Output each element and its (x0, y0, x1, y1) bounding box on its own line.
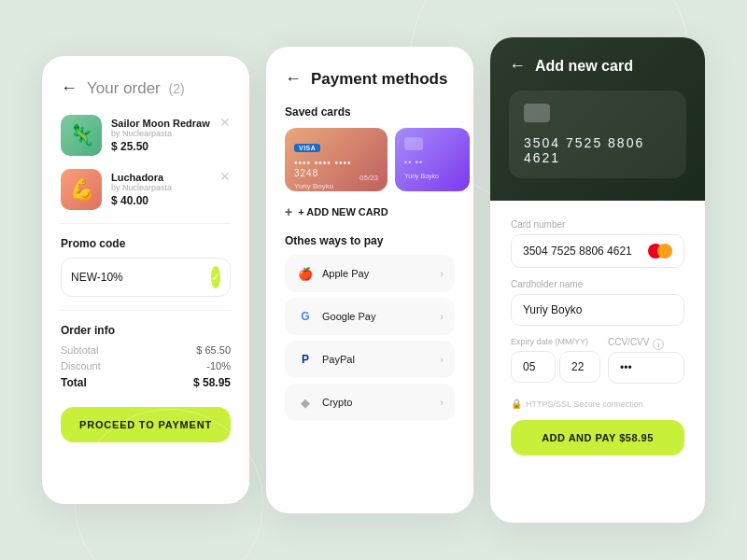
total-value: $ 58.95 (193, 376, 231, 389)
add-pay-button[interactable]: ADD AND PAY $58.95 (511, 420, 684, 455)
crypto-option[interactable]: ◆ Crypto › (285, 384, 455, 421)
addcard-back-icon[interactable]: ← (509, 56, 526, 76)
expiry-group: Expiry date (MM/YY) (511, 337, 600, 384)
back-arrow-icon[interactable]: ← (61, 78, 78, 98)
divider-2 (61, 310, 231, 311)
item1-name: Sailor Moon Redraw (111, 118, 231, 129)
cardholder-input[interactable] (511, 294, 684, 326)
google-pay-option[interactable]: G Google Pay › (285, 298, 455, 335)
item2-remove-button[interactable]: ✕ (219, 169, 231, 184)
paypal-name: PayPal (322, 354, 355, 365)
other-ways-label: Othes ways to pay (285, 234, 455, 247)
cardholder-group: Cardholder name (511, 279, 684, 326)
cardholder-label: Cardholder name (511, 279, 684, 289)
payment-panel: ← Payment methods Saved cards VISA •••• … (266, 47, 473, 513)
order-item-1: 🦎 Sailor Moon Redraw by Nuclearpasta $ 2… (61, 115, 231, 156)
mastercard-icon (648, 244, 672, 259)
crypto-left: ◆ Crypto (296, 393, 352, 412)
crypto-chevron: › (440, 397, 444, 408)
divider-1 (61, 223, 231, 224)
card-form: Card number 3504 7525 8806 4621 Cardhold… (509, 219, 686, 455)
addcard-header-row: ← Add new card (509, 56, 686, 76)
item2-author: by Nuclearpasta (111, 183, 231, 192)
order-title: Your order (2) (87, 79, 185, 98)
paypal-option[interactable]: P PayPal › (285, 341, 455, 378)
item2-info: Luchadora by Nuclearpasta $ 40.00 (111, 172, 231, 207)
total-row: Total $ 58.95 (61, 376, 231, 389)
secure-text-label: HTTPS/SSL Secure connection (526, 399, 643, 409)
apple-pay-option[interactable]: 🍎 Apple Pay › (285, 255, 455, 292)
ccv-input[interactable] (608, 352, 684, 384)
payment-back-icon[interactable]: ← (285, 69, 302, 89)
new-card-number: 3504 7525 8806 4621 (524, 135, 671, 165)
subtotal-label: Subtotal (61, 344, 98, 356)
addcard-panel: ← Add new card 3504 7525 8806 4621 Card … (490, 37, 705, 523)
mc-orange-circle (657, 244, 672, 259)
order-count: (2) (169, 81, 185, 96)
card2-chip (404, 137, 423, 150)
payment-title: Payment methods (311, 70, 447, 89)
discount-value: -10% (206, 360, 231, 371)
add-card-button[interactable]: + + ADD NEW CARD (285, 204, 388, 219)
item2-price: $ 40.00 (111, 194, 231, 207)
expiry-year-input[interactable] (559, 351, 600, 383)
expiry-label: Expiry date (MM/YY) (511, 337, 600, 346)
card-number-group: Card number 3504 7525 8806 4621 (511, 219, 684, 268)
paypal-left: P PayPal (296, 350, 355, 369)
google-pay-name: Google Pay (322, 311, 375, 322)
add-card-label: + ADD NEW CARD (298, 206, 388, 217)
item1-price: $ 25.50 (111, 140, 231, 153)
card-number-input-wrap: 3504 7525 8806 4621 (511, 234, 684, 268)
addcard-title: Add new card (535, 58, 633, 75)
order-panel: ← Your order (2) 🦎 Sailor Moon Redraw by… (42, 56, 249, 504)
ccv-group: CCV/CVV i (608, 337, 684, 384)
secure-text: 🔒 HTTPS/SSL Secure connection (511, 399, 684, 409)
add-card-plus-icon: + (285, 204, 292, 219)
discount-row: Discount -10% (61, 360, 231, 371)
visa-brand: VISA (294, 144, 320, 152)
crypto-icon: ◆ (296, 393, 315, 412)
google-pay-icon: G (296, 307, 315, 326)
paypal-chevron: › (440, 354, 444, 365)
ccv-info-icon[interactable]: i (653, 339, 664, 350)
item2-name: Luchadora (111, 172, 231, 183)
card1-expiry: 05/23 (359, 174, 378, 182)
item1-author: by Nuclearpasta (111, 129, 231, 138)
proceed-button[interactable]: PROCEED TO PAYMENT (61, 407, 231, 442)
promo-label: Promo code (61, 237, 231, 250)
card2-dots: •• •• (404, 158, 460, 167)
promo-check-icon: ✓ (211, 266, 220, 288)
apple-pay-icon: 🍎 (296, 264, 315, 283)
paypal-icon: P (296, 350, 315, 369)
card-number-value: 3504 7525 8806 4621 (523, 245, 632, 258)
saved-card-2[interactable]: •• •• Yuriy Boyko (395, 128, 470, 191)
google-pay-chevron: › (440, 311, 444, 322)
ccv-label-row: CCV/CVV i (608, 337, 684, 352)
total-label: Total (61, 376, 87, 389)
crypto-name: Crypto (322, 397, 352, 408)
ccv-label: CCV/CVV (608, 337, 649, 347)
payment-header: ← Payment methods (285, 69, 455, 89)
promo-input[interactable] (71, 271, 211, 284)
card-number-label: Card number (511, 219, 684, 230)
order-header: ← Your order (2) (61, 78, 231, 98)
item1-info: Sailor Moon Redraw by Nuclearpasta $ 25.… (111, 118, 231, 153)
new-card-chip (524, 104, 550, 122)
subtotal-value: $ 65.50 (196, 344, 231, 356)
saved-cards-label: Saved cards (285, 105, 455, 119)
subtotal-row: Subtotal $ 65.50 (61, 344, 231, 356)
promo-input-wrap: ✓ (61, 258, 231, 297)
saved-card-1[interactable]: VISA •••• •••• •••• 3248 Yuriy Boyko 05/… (285, 128, 388, 191)
saved-cards-row: VISA •••• •••• •••• 3248 Yuriy Boyko 05/… (285, 128, 455, 191)
lock-icon: 🔒 (511, 399, 522, 409)
expiry-month-input[interactable] (511, 351, 556, 383)
expiry-ccv-row: Expiry date (MM/YY) CCV/CVV i (511, 337, 684, 395)
apple-pay-name: Apple Pay (322, 268, 369, 279)
order-item-2: 💪 Luchadora by Nuclearpasta $ 40.00 ✕ (61, 169, 231, 210)
item1-image: 🦎 (61, 115, 102, 156)
item1-remove-button[interactable]: ✕ (219, 115, 231, 130)
card1-holder: Yuriy Boyko (294, 182, 378, 190)
apple-pay-chevron: › (440, 268, 444, 279)
order-title-text: Your order (87, 79, 161, 97)
new-card-visual: 3504 7525 8806 4621 (509, 91, 686, 178)
